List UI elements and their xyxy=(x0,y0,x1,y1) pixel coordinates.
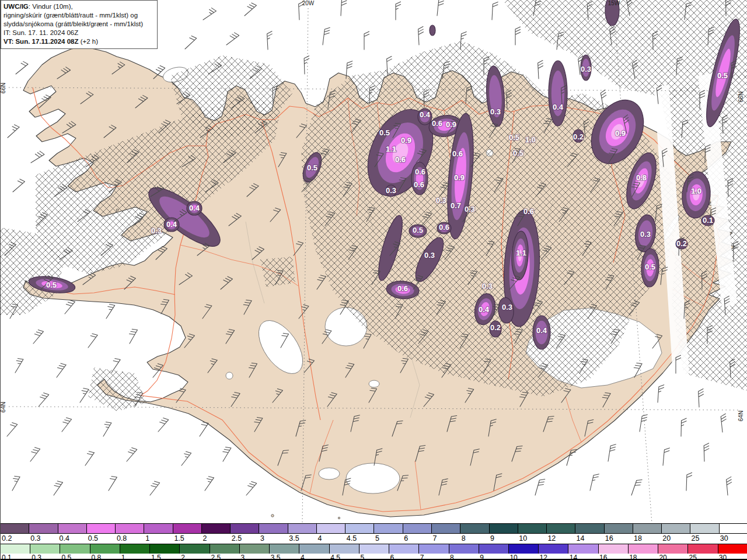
colorbar-segment xyxy=(269,544,299,554)
colorbar-segment xyxy=(658,544,687,554)
graticule-label: 15W xyxy=(608,0,620,6)
precip-value-label: 0.3 xyxy=(490,107,501,116)
colorbar-tick-label: 0.8 xyxy=(117,534,127,542)
colorbar-segment xyxy=(86,524,115,533)
graticule-label: 66N xyxy=(738,92,744,102)
graticule-label: 64N xyxy=(738,411,744,421)
colorbar-segment xyxy=(518,524,546,533)
colorbar-segment xyxy=(288,524,316,533)
colorbar-tick-label: 3 xyxy=(260,534,264,542)
precip-value-label: 0.4 xyxy=(420,110,431,119)
precip-value-label: 0.1 xyxy=(703,216,713,225)
colorbar-tick-label: 30 xyxy=(720,534,728,542)
colorbar-segment xyxy=(418,544,448,554)
precip-value-label: 0.3 xyxy=(465,205,475,214)
colorbar-segment xyxy=(329,544,359,554)
colorbar-segment xyxy=(604,524,633,533)
precip-value-label: 0.3 xyxy=(151,226,162,235)
colorbar-segment xyxy=(210,544,239,554)
graticule-label: 20W xyxy=(302,0,315,6)
colorbar-segment xyxy=(299,544,329,554)
colorbar-segment xyxy=(633,524,661,533)
precip-value-label: 0.8 xyxy=(636,173,647,182)
colorbar-tick-label: 1 xyxy=(145,534,149,542)
colorbar-tick-label: 12 xyxy=(547,534,556,542)
myrdalsjokull-glacier xyxy=(346,463,400,494)
colorbar-segment xyxy=(144,524,172,533)
colorbar-tick-label: 4.5 xyxy=(347,534,357,542)
colorbar-segment xyxy=(568,544,598,554)
colorbar-segment xyxy=(1,544,30,554)
colorbar-snow xyxy=(1,523,747,534)
colorbar-segment xyxy=(628,544,658,554)
lake xyxy=(226,372,233,379)
precip-value-label: 0.9 xyxy=(454,173,465,182)
colorbar-segment xyxy=(259,524,287,533)
precip-value-label: 0.5 xyxy=(46,281,57,289)
precip-value-label: 0.6 xyxy=(452,149,463,158)
precip-value-label: 0.3 xyxy=(581,65,591,74)
precip-value-label: 0.2 xyxy=(676,239,687,248)
colorbar-segment xyxy=(60,544,89,554)
colorbar-segment xyxy=(345,524,374,533)
colorbar-segment xyxy=(90,544,120,554)
lake xyxy=(369,380,379,387)
precip-value-label: 0.3 xyxy=(482,282,493,290)
colorbar-segment xyxy=(719,524,747,533)
precip-blob xyxy=(430,25,435,36)
colorbar-segment xyxy=(230,524,259,533)
colorbar-snow-labels: 0.20.30.40.50.811.522.533.544.5567891012… xyxy=(1,534,747,544)
title-line-1: UWC/IG: Vindur (10m), xyxy=(4,2,154,11)
colorbar-segment xyxy=(149,544,179,554)
colorbar-segment xyxy=(179,544,209,554)
colorbar-tick-label: 1.5 xyxy=(174,534,184,542)
colorbar-segment xyxy=(58,524,86,533)
precip-value-label: 0.5 xyxy=(645,262,655,271)
precip-value-label: 0.9 xyxy=(446,120,456,129)
precip-value-label: 0.5 xyxy=(509,133,519,142)
colorbar-tick-label: 8 xyxy=(462,534,466,542)
colorbar-segment xyxy=(120,544,149,554)
precip-value-label: 0.4 xyxy=(189,204,200,212)
colorbar-tick-label: 2 xyxy=(203,534,207,542)
colorbar-segment xyxy=(508,544,538,554)
colorbar-tick-label: 10 xyxy=(519,534,527,542)
colorbar-tick-label: 2.5 xyxy=(232,534,242,542)
precip-value-label: 0.4 xyxy=(479,305,490,314)
colorbar-segment xyxy=(460,524,488,533)
title-line-2: rigning/skúrir (grænt/blátt/rautt - mm/1… xyxy=(4,11,154,20)
colorbar-tick-label: 0.4 xyxy=(60,534,69,542)
colorbar-tick-label: 6 xyxy=(404,534,408,542)
init-time: IT: Sun. 17. 11. 2024 06Z xyxy=(4,29,154,37)
precip-value-label: 0.3 xyxy=(640,230,651,239)
colorbar-segment xyxy=(115,524,144,533)
precip-value-label: 0.5 xyxy=(307,163,317,172)
colorbar-segment xyxy=(449,544,479,554)
colorbar-tick-label: 3.5 xyxy=(289,534,299,542)
colorbar-tick-label: 0.3 xyxy=(30,534,40,542)
precip-value-label: 0.6 xyxy=(439,223,449,232)
colorbar-segment xyxy=(489,524,518,533)
precip-value-label: 0.5 xyxy=(379,128,390,137)
colorbar-tick-label: 16 xyxy=(605,534,613,542)
precip-value-label: 0.6 xyxy=(523,207,534,216)
map-image: 0.40.60.90.50.91.10.60.60.60.60.30.90.30… xyxy=(1,0,747,523)
precip-value-label: 0.6 xyxy=(397,284,408,293)
precip-value-label: 0.5 xyxy=(717,71,728,80)
colorbar-tick-label: 7 xyxy=(433,534,437,542)
colorbar-segment xyxy=(29,524,57,533)
precip-value-label: 1.0 xyxy=(691,187,701,195)
precip-value-label: 0.2 xyxy=(490,323,501,332)
title-box: UWC/IG: Vindur (10m), rigning/skúrir (gr… xyxy=(1,0,158,49)
colorbar-segment xyxy=(201,524,230,533)
colorbar-segment xyxy=(538,544,568,554)
precip-value-label: 0.3 xyxy=(424,251,435,260)
valid-time: VT: Sun. 17.11.2024 08Z (+2 h) xyxy=(4,37,154,46)
precip-blob xyxy=(549,61,567,126)
precip-value-label: 0.9 xyxy=(401,136,411,145)
colorbar-segment xyxy=(239,544,269,554)
colorbar-segment xyxy=(316,524,345,533)
precip-value-label: 0.6 xyxy=(414,180,424,189)
colorbar-segment xyxy=(575,524,603,533)
precip-value-label: 0.9 xyxy=(615,129,626,138)
